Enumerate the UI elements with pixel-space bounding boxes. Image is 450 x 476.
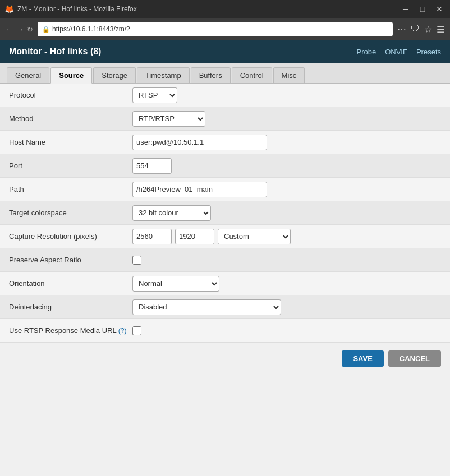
hamburger-icon[interactable]: ☰ — [437, 24, 444, 35]
resolution-row: Capture Resolution (pixels) Custom 1920x… — [0, 225, 450, 248]
protocol-label: Protocol — [9, 91, 132, 99]
resolution-width-input[interactable] — [132, 229, 172, 244]
tab-timestamp[interactable]: Timestamp — [137, 67, 190, 83]
preserve-aspect-label: Preserve Aspect Ratio — [9, 256, 132, 264]
rtsp-url-checkbox[interactable] — [132, 326, 141, 335]
app-header: Monitor - Hof links (8) Probe ONVIF Pres… — [0, 40, 450, 63]
minimize-button[interactable]: ─ — [400, 3, 412, 15]
probe-link[interactable]: Probe — [356, 48, 376, 56]
hostname-input[interactable] — [132, 135, 267, 150]
presets-link[interactable]: Presets — [416, 48, 441, 56]
method-control: RTP/RTSP RTP/RTSP/HTTP RTP/MULTICAST RTS… — [132, 111, 441, 127]
resolution-label: Capture Resolution (pixels) — [9, 232, 132, 241]
button-row: SAVE CANCEL — [0, 343, 450, 375]
resolution-preset-select[interactable]: Custom 1920x1080 1280x720 640x480 — [218, 229, 291, 244]
colorspace-select[interactable]: 32 bit colour 24 bit colour 8 bit grey — [132, 205, 211, 221]
path-label: Path — [9, 185, 132, 193]
tab-misc[interactable]: Misc — [273, 67, 305, 83]
method-row: Method RTP/RTSP RTP/RTSP/HTTP RTP/MULTIC… — [0, 107, 450, 131]
rtsp-url-help-link[interactable]: (?) — [118, 327, 127, 335]
deinterlacing-select[interactable]: Disabled 4-field 4-field 1:1 4-field 1:1… — [132, 299, 281, 315]
resolution-height-input[interactable] — [175, 229, 214, 244]
deinterlacing-row: Deinterlacing Disabled 4-field 4-field 1… — [0, 295, 450, 319]
hostname-row: Host Name — [0, 131, 450, 154]
rtsp-url-control — [132, 326, 441, 335]
form-area: Protocol RTSP HTTP FTP Method RTP/RTSP R… — [0, 84, 450, 343]
rtsp-url-label: Use RTSP Response Media URL (?) — [9, 326, 132, 335]
orientation-row: Orientation Normal Rotate 90° Rotate 180… — [0, 272, 450, 295]
address-bar: ← → ↻ 🔒 https://10.6.1.1:8443/zm/? ⋯ 🛡 ☆… — [0, 18, 450, 40]
maximize-button[interactable]: □ — [416, 3, 429, 15]
deinterlacing-label: Deinterlacing — [9, 303, 132, 311]
header-links: Probe ONVIF Presets — [356, 48, 441, 56]
port-input[interactable] — [132, 158, 172, 174]
protocol-control: RTSP HTTP FTP — [132, 87, 441, 103]
tab-general[interactable]: General — [7, 67, 49, 83]
nav-icons: ← → ↻ — [6, 25, 33, 34]
forward-icon[interactable]: → — [16, 25, 24, 34]
method-label: Method — [9, 114, 132, 123]
orientation-select[interactable]: Normal Rotate 90° Rotate 180° Rotate 270… — [132, 276, 219, 292]
window-controls: ─ □ ✕ — [400, 3, 446, 15]
orientation-control: Normal Rotate 90° Rotate 180° Rotate 270… — [132, 276, 441, 292]
preserve-aspect-checkbox[interactable] — [132, 256, 141, 265]
path-input[interactable] — [132, 182, 267, 197]
port-label: Port — [9, 161, 132, 170]
close-button[interactable]: ✕ — [433, 3, 446, 15]
bookmark-icon[interactable]: ☆ — [424, 24, 432, 35]
address-right-controls: ⋯ 🛡 ☆ ☰ — [397, 24, 444, 35]
port-row: Port — [0, 154, 450, 178]
protocol-select[interactable]: RTSP HTTP FTP — [132, 87, 177, 103]
tabs-bar: General Source Storage Timestamp Buffers… — [0, 63, 450, 84]
onvif-link[interactable]: ONVIF — [385, 48, 407, 56]
method-select[interactable]: RTP/RTSP RTP/RTSP/HTTP RTP/MULTICAST RTS… — [132, 111, 205, 127]
back-icon[interactable]: ← — [6, 25, 13, 34]
window-title: ZM - Monitor - Hof links - Mozilla Firef… — [17, 5, 400, 13]
rtsp-url-row: Use RTSP Response Media URL (?) — [0, 319, 450, 343]
preserve-aspect-row: Preserve Aspect Ratio — [0, 248, 450, 272]
preserve-aspect-control — [132, 256, 441, 265]
url-text: https://10.6.1.1:8443/zm/? — [52, 25, 130, 33]
protocol-row: Protocol RTSP HTTP FTP — [0, 84, 450, 107]
lock-icon: 🔒 — [42, 26, 50, 33]
port-control — [132, 158, 441, 174]
tab-control[interactable]: Control — [232, 67, 272, 83]
url-bar[interactable]: 🔒 https://10.6.1.1:8443/zm/? — [38, 22, 393, 36]
shield-icon[interactable]: 🛡 — [411, 24, 420, 34]
firefox-icon: 🦊 — [4, 4, 14, 13]
deinterlacing-control: Disabled 4-field 4-field 1:1 4-field 1:1… — [132, 299, 441, 315]
save-button[interactable]: SAVE — [342, 350, 383, 367]
colorspace-label: Target colorspace — [9, 209, 132, 217]
cancel-button[interactable]: CANCEL — [388, 350, 441, 367]
menu-dots-button[interactable]: ⋯ — [397, 24, 406, 35]
title-bar: 🦊 ZM - Monitor - Hof links - Mozilla Fir… — [0, 0, 450, 18]
main-content: General Source Storage Timestamp Buffers… — [0, 63, 450, 476]
path-control — [132, 182, 441, 197]
reload-icon[interactable]: ↻ — [27, 25, 33, 34]
colorspace-row: Target colorspace 32 bit colour 24 bit c… — [0, 201, 450, 225]
tab-source[interactable]: Source — [50, 67, 92, 84]
tab-buffers[interactable]: Buffers — [191, 67, 231, 83]
path-row: Path — [0, 178, 450, 201]
colorspace-control: 32 bit colour 24 bit colour 8 bit grey — [132, 205, 441, 221]
resolution-control: Custom 1920x1080 1280x720 640x480 — [132, 229, 441, 244]
tab-storage[interactable]: Storage — [93, 67, 136, 83]
orientation-label: Orientation — [9, 279, 132, 288]
hostname-label: Host Name — [9, 138, 132, 146]
hostname-control — [132, 135, 441, 150]
monitor-title: Monitor - Hof links (8) — [9, 47, 101, 57]
